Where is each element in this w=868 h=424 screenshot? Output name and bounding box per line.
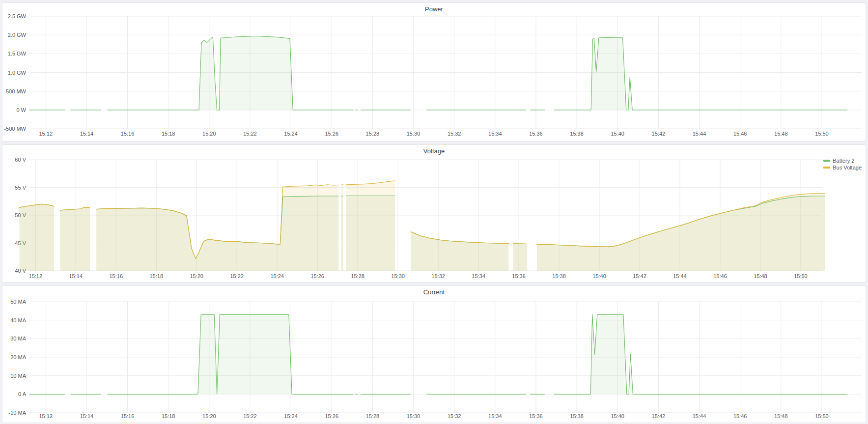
svg-text:15:48: 15:48 xyxy=(774,131,788,137)
svg-text:15:24: 15:24 xyxy=(284,131,298,137)
svg-text:15:46: 15:46 xyxy=(733,413,747,419)
svg-text:15:26: 15:26 xyxy=(310,273,324,279)
svg-text:15:16: 15:16 xyxy=(109,273,123,279)
power-chart[interactable]: 2.5 GW2.0 GW1.5 GW1.0 GW500 MW0 W-500 MW… xyxy=(2,3,866,141)
svg-text:15:40: 15:40 xyxy=(611,131,624,137)
svg-text:500 MW: 500 MW xyxy=(6,88,27,94)
current-panel: 50 MA40 MA30 MA20 MA10 MA0 A-10 MA15:121… xyxy=(2,285,866,423)
svg-text:15:22: 15:22 xyxy=(230,273,244,279)
svg-text:15:50: 15:50 xyxy=(815,131,829,137)
svg-text:15:34: 15:34 xyxy=(488,413,502,419)
svg-text:10 MA: 10 MA xyxy=(10,373,26,379)
svg-text:1.5 GW: 1.5 GW xyxy=(8,51,27,57)
svg-text:15:44: 15:44 xyxy=(693,131,706,137)
legend-label: Battery 2 xyxy=(833,158,854,164)
svg-text:15:34: 15:34 xyxy=(472,273,485,279)
svg-text:50 MA: 50 MA xyxy=(10,299,26,305)
svg-text:15:26: 15:26 xyxy=(325,413,338,419)
svg-text:15:24: 15:24 xyxy=(284,413,298,419)
svg-text:15:48: 15:48 xyxy=(774,413,788,419)
svg-text:15:38: 15:38 xyxy=(552,273,566,279)
svg-text:15:26: 15:26 xyxy=(325,131,338,137)
svg-text:15:14: 15:14 xyxy=(69,273,83,279)
svg-text:15:30: 15:30 xyxy=(407,131,420,137)
legend-item-bus-voltage[interactable]: Bus Voltage xyxy=(823,165,862,170)
svg-text:15:12: 15:12 xyxy=(39,413,53,419)
svg-text:15:40: 15:40 xyxy=(611,413,624,419)
legend-item-battery-2[interactable]: Battery 2 xyxy=(823,158,862,164)
svg-text:40 MA: 40 MA xyxy=(10,317,26,323)
svg-text:15:48: 15:48 xyxy=(754,273,767,279)
svg-text:15:32: 15:32 xyxy=(448,131,461,137)
svg-text:30 MA: 30 MA xyxy=(10,336,26,341)
svg-text:15:42: 15:42 xyxy=(652,131,666,137)
svg-text:15:28: 15:28 xyxy=(351,273,364,279)
svg-text:15:34: 15:34 xyxy=(488,131,502,137)
svg-text:15:14: 15:14 xyxy=(80,131,94,137)
svg-text:15:44: 15:44 xyxy=(673,273,687,279)
svg-text:15:28: 15:28 xyxy=(366,131,380,137)
current-chart[interactable]: 50 MA40 MA30 MA20 MA10 MA0 A-10 MA15:121… xyxy=(2,286,866,423)
power-panel: 2.5 GW2.0 GW1.5 GW1.0 GW500 MW0 W-500 MW… xyxy=(2,2,866,141)
svg-text:15:16: 15:16 xyxy=(121,131,135,137)
svg-text:15:38: 15:38 xyxy=(570,413,584,419)
legend-label: Bus Voltage xyxy=(833,165,862,170)
svg-text:-500 MW: -500 MW xyxy=(4,126,26,132)
svg-text:60 V: 60 V xyxy=(15,157,26,163)
svg-text:15:12: 15:12 xyxy=(39,131,53,137)
svg-text:2.5 GW: 2.5 GW xyxy=(8,13,27,19)
svg-text:1.0 GW: 1.0 GW xyxy=(8,70,27,76)
svg-text:15:32: 15:32 xyxy=(448,413,461,419)
svg-text:15:16: 15:16 xyxy=(121,413,135,419)
svg-text:15:20: 15:20 xyxy=(202,413,216,419)
svg-text:15:18: 15:18 xyxy=(162,131,175,137)
svg-text:15:38: 15:38 xyxy=(570,131,584,137)
svg-text:15:12: 15:12 xyxy=(29,273,43,279)
svg-text:15:20: 15:20 xyxy=(190,273,203,279)
svg-text:15:24: 15:24 xyxy=(270,273,284,279)
svg-text:2.0 GW: 2.0 GW xyxy=(8,32,27,38)
svg-text:-10 MA: -10 MA xyxy=(9,410,27,416)
svg-text:55 V: 55 V xyxy=(15,185,26,191)
dashboard: 2.5 GW2.0 GW1.5 GW1.0 GW500 MW0 W-500 MW… xyxy=(0,0,868,424)
svg-text:15:18: 15:18 xyxy=(162,413,175,419)
svg-text:15:50: 15:50 xyxy=(794,273,808,279)
voltage-panel: 60 V55 V50 V45 V40 V15:1215:1415:1615:18… xyxy=(2,144,866,283)
voltage-chart[interactable]: 60 V55 V50 V45 V40 V15:1215:1415:1615:18… xyxy=(2,145,866,282)
svg-text:15:40: 15:40 xyxy=(592,273,606,279)
svg-text:15:20: 15:20 xyxy=(202,131,216,137)
svg-text:15:18: 15:18 xyxy=(149,273,163,279)
svg-text:15:42: 15:42 xyxy=(652,413,666,419)
svg-text:0 W: 0 W xyxy=(16,107,26,113)
svg-text:15:32: 15:32 xyxy=(431,273,445,279)
svg-text:15:46: 15:46 xyxy=(733,131,747,137)
svg-text:20 MA: 20 MA xyxy=(10,354,26,360)
svg-text:15:22: 15:22 xyxy=(243,131,257,137)
svg-text:15:36: 15:36 xyxy=(529,131,543,137)
svg-text:15:36: 15:36 xyxy=(512,273,526,279)
svg-text:15:46: 15:46 xyxy=(713,273,727,279)
svg-text:0 A: 0 A xyxy=(18,391,27,397)
svg-text:15:42: 15:42 xyxy=(633,273,646,279)
svg-text:15:14: 15:14 xyxy=(80,413,94,419)
svg-text:15:28: 15:28 xyxy=(366,413,380,419)
svg-text:15:36: 15:36 xyxy=(529,413,543,419)
legend: Battery 2 Bus Voltage xyxy=(823,158,862,170)
svg-text:15:22: 15:22 xyxy=(243,413,257,419)
series-color-swatch xyxy=(823,160,830,162)
svg-text:15:30: 15:30 xyxy=(407,413,420,419)
svg-text:15:50: 15:50 xyxy=(815,413,829,419)
series-color-swatch xyxy=(823,167,830,169)
svg-text:15:44: 15:44 xyxy=(693,413,706,419)
svg-text:15:30: 15:30 xyxy=(391,273,405,279)
